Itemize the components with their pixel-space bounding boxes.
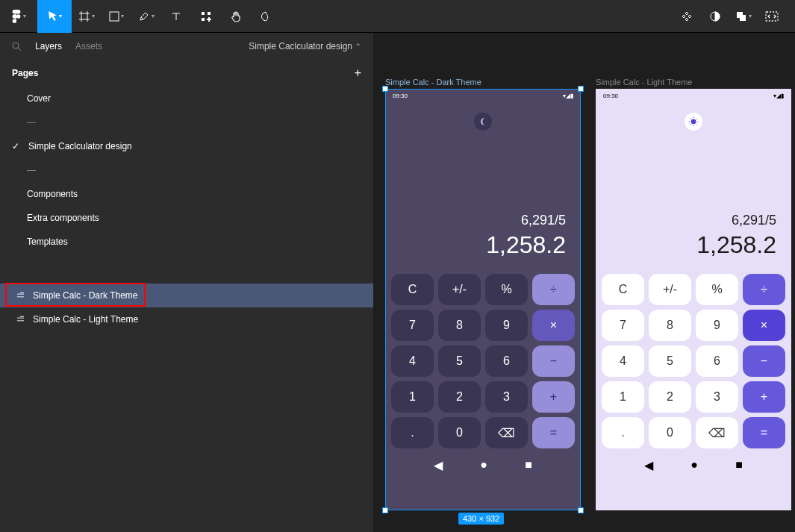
page-item-separator[interactable]: — [0, 110, 373, 134]
key-delete[interactable]: ⌫ [485, 417, 528, 448]
key-6[interactable]: 6 [696, 345, 738, 377]
selection-handle[interactable] [578, 507, 584, 513]
selection-handle[interactable] [382, 86, 388, 92]
comment-tool-button[interactable] [251, 0, 281, 33]
keypad: C +/- % ÷ 7 8 9 × 4 5 6 − 1 2 3 + . 0 ⌫ … [385, 268, 581, 454]
dev-mode-button[interactable] [758, 0, 786, 33]
frame-icon [15, 292, 25, 299]
android-nav-bar: ◀ ● ■ [596, 454, 791, 475]
nav-back-icon: ◀ [434, 458, 443, 472]
layer-label: Simple Calc - Light Theme [33, 314, 138, 325]
theme-toggle-button[interactable] [685, 113, 702, 131]
boolean-button[interactable]: ▾ [729, 0, 758, 33]
key-clear[interactable]: C [391, 274, 434, 305]
key-clear[interactable]: C [602, 274, 644, 305]
chevron-up-icon: ⌃ [355, 43, 361, 50]
key-add[interactable]: + [743, 381, 785, 413]
key-equals[interactable]: = [532, 417, 575, 448]
layer-item-light[interactable]: Simple Calc - Light Theme [0, 307, 373, 331]
page-item-templates[interactable]: Templates [0, 230, 373, 254]
page-item-cover[interactable]: Cover [0, 87, 373, 110]
artboard-light[interactable]: 09:30 ▾◢▮ 6,291/5 1,258.2 C +/- % ÷ 7 8 … [596, 89, 791, 510]
search-icon[interactable] [12, 42, 22, 51]
move-tool-button[interactable]: ▾ [37, 0, 72, 33]
key-9[interactable]: 9 [696, 310, 738, 341]
key-multiply[interactable]: × [743, 310, 785, 341]
shape-tool-button[interactable]: ▾ [102, 0, 131, 33]
layer-item-dark[interactable]: Simple Calc - Dark Theme [0, 284, 373, 307]
page-item-components[interactable]: Components [0, 182, 373, 206]
frame-label-light[interactable]: Simple Calc - Light Theme [596, 78, 692, 87]
selection-handle[interactable] [382, 507, 388, 513]
key-2[interactable]: 2 [438, 381, 481, 413]
expression-display: 6,291/5 [611, 213, 776, 228]
layer-label: Simple Calc - Dark Theme [33, 290, 137, 301]
key-2[interactable]: 2 [649, 381, 691, 413]
frame-tool-button[interactable]: ▾ [72, 0, 102, 33]
nav-back-icon: ◀ [644, 458, 653, 472]
key-dot[interactable]: . [391, 417, 434, 448]
result-display: 1,258.2 [400, 231, 566, 259]
theme-toggle-button[interactable] [474, 113, 492, 131]
svg-point-11 [691, 119, 696, 124]
key-divide[interactable]: ÷ [532, 274, 575, 305]
key-3[interactable]: 3 [696, 381, 738, 413]
key-plusminus[interactable]: +/- [649, 274, 691, 305]
figma-menu-button[interactable]: ▾ [0, 0, 37, 33]
svg-rect-3 [202, 18, 205, 21]
key-0[interactable]: 0 [649, 417, 691, 448]
key-percent[interactable]: % [485, 274, 528, 305]
key-1[interactable]: 1 [602, 381, 644, 413]
status-bar: 09:30 ▾◢▮ [385, 89, 581, 102]
svg-rect-2 [208, 12, 211, 15]
chevron-down-icon: ▾ [749, 13, 752, 19]
tab-assets[interactable]: Assets [75, 41, 102, 51]
key-percent[interactable]: % [696, 274, 738, 305]
key-subtract[interactable]: − [532, 345, 575, 377]
key-3[interactable]: 3 [485, 381, 528, 413]
key-4[interactable]: 4 [391, 345, 434, 377]
page-item-simple-calc[interactable]: ✓ Simple Caclculator design [0, 134, 373, 158]
key-add[interactable]: + [532, 381, 575, 413]
top-toolbar: ▾ ▾ ▾ ▾ ▾ ▾ [0, 0, 795, 33]
tab-layers[interactable]: Layers [35, 41, 62, 51]
key-5[interactable]: 5 [649, 345, 691, 377]
key-9[interactable]: 9 [485, 310, 528, 341]
page-item-separator[interactable]: — [0, 158, 373, 182]
chevron-down-icon: ▾ [59, 13, 62, 19]
svg-rect-1 [202, 12, 205, 15]
key-subtract[interactable]: − [743, 345, 785, 377]
page-item-extra[interactable]: Extra components [0, 206, 373, 230]
components-button[interactable] [673, 0, 701, 33]
key-6[interactable]: 6 [485, 345, 528, 377]
key-8[interactable]: 8 [438, 310, 481, 341]
key-1[interactable]: 1 [391, 381, 434, 413]
text-tool-button[interactable] [161, 0, 191, 33]
key-equals[interactable]: = [743, 417, 785, 448]
key-delete[interactable]: ⌫ [696, 417, 738, 448]
key-7[interactable]: 7 [602, 310, 644, 341]
file-name-dropdown[interactable]: Simple Caclculator design ⌃ [249, 41, 361, 51]
keypad: C +/- % ÷ 7 8 9 × 4 5 6 − 1 2 3 + . 0 ⌫ … [596, 268, 791, 454]
status-time: 09:30 [393, 93, 408, 99]
hand-tool-button[interactable] [221, 0, 251, 33]
key-4[interactable]: 4 [602, 345, 644, 377]
pen-tool-button[interactable]: ▾ [131, 0, 161, 33]
key-0[interactable]: 0 [438, 417, 481, 448]
resources-button[interactable] [191, 0, 221, 33]
expression-display: 6,291/5 [400, 213, 566, 228]
selection-handle[interactable] [578, 86, 584, 92]
canvas[interactable]: Simple Calc - Dark Theme Simple Calc - L… [373, 33, 795, 532]
key-dot[interactable]: . [602, 417, 644, 448]
mask-button[interactable] [701, 0, 729, 33]
key-plusminus[interactable]: +/- [438, 274, 481, 305]
key-5[interactable]: 5 [438, 345, 481, 377]
key-divide[interactable]: ÷ [743, 274, 785, 305]
key-7[interactable]: 7 [391, 310, 434, 341]
key-multiply[interactable]: × [532, 310, 575, 341]
key-8[interactable]: 8 [649, 310, 691, 341]
artboard-dark[interactable]: 09:30 ▾◢▮ 6,291/5 1,258.2 C +/- % ÷ 7 8 … [385, 89, 581, 510]
check-icon: ✓ [12, 141, 22, 151]
frame-label-dark[interactable]: Simple Calc - Dark Theme [385, 78, 481, 87]
add-page-button[interactable]: + [355, 66, 361, 80]
